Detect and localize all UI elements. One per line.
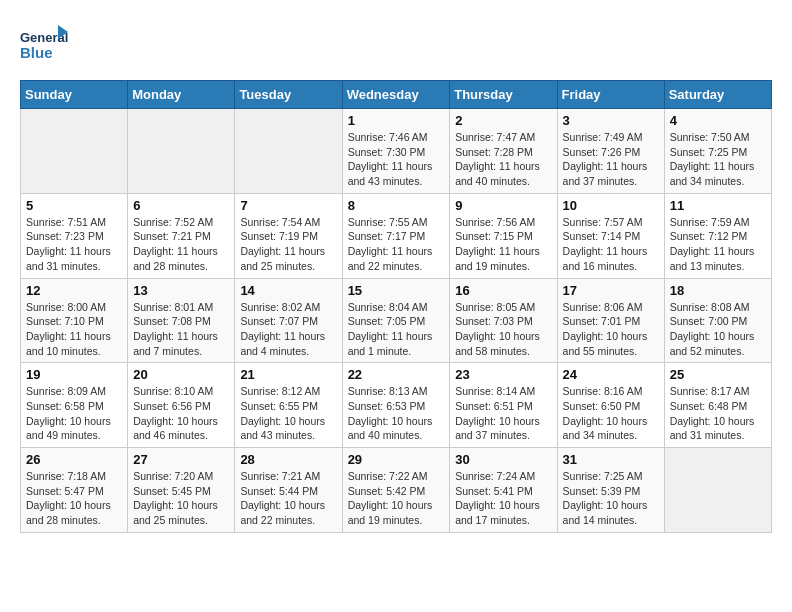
day-number: 28 — [240, 452, 336, 467]
day-info: Sunrise: 8:08 AM Sunset: 7:00 PM Dayligh… — [670, 300, 766, 359]
day-number: 4 — [670, 113, 766, 128]
calendar-day-30: 30Sunrise: 7:24 AM Sunset: 5:41 PM Dayli… — [450, 448, 557, 533]
weekday-header-tuesday: Tuesday — [235, 81, 342, 109]
calendar-day-6: 6Sunrise: 7:52 AM Sunset: 7:21 PM Daylig… — [128, 193, 235, 278]
day-number: 5 — [26, 198, 122, 213]
day-number: 14 — [240, 283, 336, 298]
calendar-week-row: 12Sunrise: 8:00 AM Sunset: 7:10 PM Dayli… — [21, 278, 772, 363]
calendar-day-21: 21Sunrise: 8:12 AM Sunset: 6:55 PM Dayli… — [235, 363, 342, 448]
day-info: Sunrise: 8:17 AM Sunset: 6:48 PM Dayligh… — [670, 384, 766, 443]
day-info: Sunrise: 8:01 AM Sunset: 7:08 PM Dayligh… — [133, 300, 229, 359]
day-number: 12 — [26, 283, 122, 298]
calendar-day-17: 17Sunrise: 8:06 AM Sunset: 7:01 PM Dayli… — [557, 278, 664, 363]
calendar-day-19: 19Sunrise: 8:09 AM Sunset: 6:58 PM Dayli… — [21, 363, 128, 448]
day-info: Sunrise: 7:54 AM Sunset: 7:19 PM Dayligh… — [240, 215, 336, 274]
calendar-day-11: 11Sunrise: 7:59 AM Sunset: 7:12 PM Dayli… — [664, 193, 771, 278]
calendar-day-22: 22Sunrise: 8:13 AM Sunset: 6:53 PM Dayli… — [342, 363, 450, 448]
logo: GeneralBlue — [20, 20, 70, 70]
calendar-day-20: 20Sunrise: 8:10 AM Sunset: 6:56 PM Dayli… — [128, 363, 235, 448]
calendar-empty-cell — [128, 109, 235, 194]
day-info: Sunrise: 7:50 AM Sunset: 7:25 PM Dayligh… — [670, 130, 766, 189]
calendar-week-row: 5Sunrise: 7:51 AM Sunset: 7:23 PM Daylig… — [21, 193, 772, 278]
day-info: Sunrise: 7:25 AM Sunset: 5:39 PM Dayligh… — [563, 469, 659, 528]
day-number: 18 — [670, 283, 766, 298]
calendar-day-12: 12Sunrise: 8:00 AM Sunset: 7:10 PM Dayli… — [21, 278, 128, 363]
day-info: Sunrise: 8:13 AM Sunset: 6:53 PM Dayligh… — [348, 384, 445, 443]
svg-text:Blue: Blue — [20, 44, 53, 61]
calendar-day-2: 2Sunrise: 7:47 AM Sunset: 7:28 PM Daylig… — [450, 109, 557, 194]
day-number: 9 — [455, 198, 551, 213]
calendar-day-14: 14Sunrise: 8:02 AM Sunset: 7:07 PM Dayli… — [235, 278, 342, 363]
calendar-day-5: 5Sunrise: 7:51 AM Sunset: 7:23 PM Daylig… — [21, 193, 128, 278]
day-info: Sunrise: 7:20 AM Sunset: 5:45 PM Dayligh… — [133, 469, 229, 528]
day-number: 25 — [670, 367, 766, 382]
weekday-header-saturday: Saturday — [664, 81, 771, 109]
day-info: Sunrise: 8:06 AM Sunset: 7:01 PM Dayligh… — [563, 300, 659, 359]
calendar-day-8: 8Sunrise: 7:55 AM Sunset: 7:17 PM Daylig… — [342, 193, 450, 278]
day-number: 21 — [240, 367, 336, 382]
page-header: GeneralBlue — [20, 20, 772, 70]
day-info: Sunrise: 7:52 AM Sunset: 7:21 PM Dayligh… — [133, 215, 229, 274]
calendar-day-27: 27Sunrise: 7:20 AM Sunset: 5:45 PM Dayli… — [128, 448, 235, 533]
day-info: Sunrise: 7:56 AM Sunset: 7:15 PM Dayligh… — [455, 215, 551, 274]
calendar-empty-cell — [235, 109, 342, 194]
calendar-day-26: 26Sunrise: 7:18 AM Sunset: 5:47 PM Dayli… — [21, 448, 128, 533]
day-number: 17 — [563, 283, 659, 298]
day-number: 16 — [455, 283, 551, 298]
day-info: Sunrise: 7:47 AM Sunset: 7:28 PM Dayligh… — [455, 130, 551, 189]
day-info: Sunrise: 8:00 AM Sunset: 7:10 PM Dayligh… — [26, 300, 122, 359]
weekday-header-friday: Friday — [557, 81, 664, 109]
day-info: Sunrise: 8:12 AM Sunset: 6:55 PM Dayligh… — [240, 384, 336, 443]
day-info: Sunrise: 7:22 AM Sunset: 5:42 PM Dayligh… — [348, 469, 445, 528]
day-number: 3 — [563, 113, 659, 128]
calendar-day-15: 15Sunrise: 8:04 AM Sunset: 7:05 PM Dayli… — [342, 278, 450, 363]
calendar-day-3: 3Sunrise: 7:49 AM Sunset: 7:26 PM Daylig… — [557, 109, 664, 194]
calendar-day-29: 29Sunrise: 7:22 AM Sunset: 5:42 PM Dayli… — [342, 448, 450, 533]
weekday-header-monday: Monday — [128, 81, 235, 109]
calendar-day-18: 18Sunrise: 8:08 AM Sunset: 7:00 PM Dayli… — [664, 278, 771, 363]
day-info: Sunrise: 8:04 AM Sunset: 7:05 PM Dayligh… — [348, 300, 445, 359]
calendar-day-1: 1Sunrise: 7:46 AM Sunset: 7:30 PM Daylig… — [342, 109, 450, 194]
calendar-week-row: 1Sunrise: 7:46 AM Sunset: 7:30 PM Daylig… — [21, 109, 772, 194]
calendar-week-row: 26Sunrise: 7:18 AM Sunset: 5:47 PM Dayli… — [21, 448, 772, 533]
day-number: 10 — [563, 198, 659, 213]
calendar-day-13: 13Sunrise: 8:01 AM Sunset: 7:08 PM Dayli… — [128, 278, 235, 363]
day-number: 22 — [348, 367, 445, 382]
day-info: Sunrise: 7:59 AM Sunset: 7:12 PM Dayligh… — [670, 215, 766, 274]
day-info: Sunrise: 8:02 AM Sunset: 7:07 PM Dayligh… — [240, 300, 336, 359]
calendar-day-24: 24Sunrise: 8:16 AM Sunset: 6:50 PM Dayli… — [557, 363, 664, 448]
weekday-header-thursday: Thursday — [450, 81, 557, 109]
day-number: 13 — [133, 283, 229, 298]
weekday-header-sunday: Sunday — [21, 81, 128, 109]
day-info: Sunrise: 7:57 AM Sunset: 7:14 PM Dayligh… — [563, 215, 659, 274]
calendar-day-23: 23Sunrise: 8:14 AM Sunset: 6:51 PM Dayli… — [450, 363, 557, 448]
calendar-day-4: 4Sunrise: 7:50 AM Sunset: 7:25 PM Daylig… — [664, 109, 771, 194]
day-info: Sunrise: 7:55 AM Sunset: 7:17 PM Dayligh… — [348, 215, 445, 274]
calendar-day-16: 16Sunrise: 8:05 AM Sunset: 7:03 PM Dayli… — [450, 278, 557, 363]
day-number: 31 — [563, 452, 659, 467]
day-info: Sunrise: 8:05 AM Sunset: 7:03 PM Dayligh… — [455, 300, 551, 359]
day-number: 19 — [26, 367, 122, 382]
calendar-empty-cell — [21, 109, 128, 194]
day-info: Sunrise: 7:24 AM Sunset: 5:41 PM Dayligh… — [455, 469, 551, 528]
day-info: Sunrise: 8:09 AM Sunset: 6:58 PM Dayligh… — [26, 384, 122, 443]
logo-graphic: GeneralBlue — [20, 20, 70, 70]
calendar-day-10: 10Sunrise: 7:57 AM Sunset: 7:14 PM Dayli… — [557, 193, 664, 278]
day-number: 27 — [133, 452, 229, 467]
day-number: 15 — [348, 283, 445, 298]
day-info: Sunrise: 8:10 AM Sunset: 6:56 PM Dayligh… — [133, 384, 229, 443]
day-info: Sunrise: 7:21 AM Sunset: 5:44 PM Dayligh… — [240, 469, 336, 528]
day-number: 20 — [133, 367, 229, 382]
calendar-table: SundayMondayTuesdayWednesdayThursdayFrid… — [20, 80, 772, 533]
day-number: 30 — [455, 452, 551, 467]
day-info: Sunrise: 7:49 AM Sunset: 7:26 PM Dayligh… — [563, 130, 659, 189]
calendar-day-25: 25Sunrise: 8:17 AM Sunset: 6:48 PM Dayli… — [664, 363, 771, 448]
day-info: Sunrise: 8:14 AM Sunset: 6:51 PM Dayligh… — [455, 384, 551, 443]
day-number: 29 — [348, 452, 445, 467]
day-info: Sunrise: 8:16 AM Sunset: 6:50 PM Dayligh… — [563, 384, 659, 443]
calendar-day-28: 28Sunrise: 7:21 AM Sunset: 5:44 PM Dayli… — [235, 448, 342, 533]
day-number: 11 — [670, 198, 766, 213]
weekday-header-wednesday: Wednesday — [342, 81, 450, 109]
calendar-empty-cell — [664, 448, 771, 533]
day-number: 6 — [133, 198, 229, 213]
